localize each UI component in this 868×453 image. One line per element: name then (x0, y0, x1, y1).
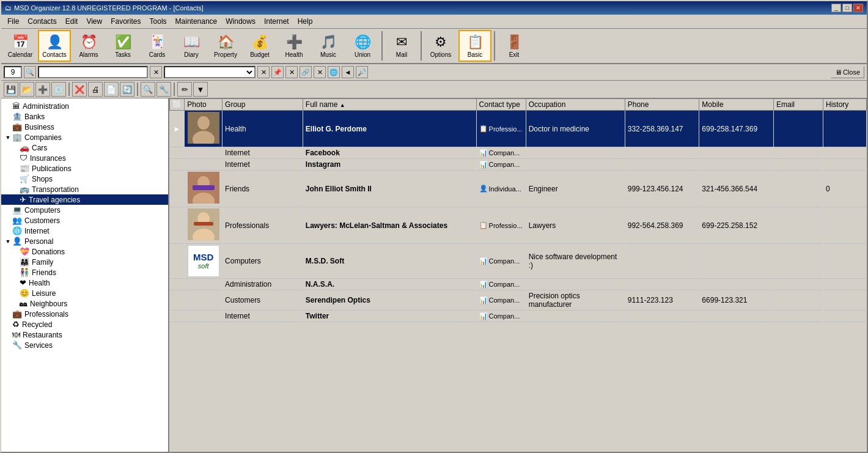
menu-favorites[interactable]: Favorites (107, 16, 144, 27)
record-number-input[interactable] (4, 66, 22, 78)
col-photo[interactable]: Photo (185, 99, 223, 111)
sidebar-item-services[interactable]: 🔧 Services (1, 340, 168, 350)
col-contact-type[interactable]: Contact type (476, 99, 526, 111)
health-button[interactable]: ➕ Health (278, 30, 311, 62)
union-button[interactable]: 🌐 Union (346, 30, 379, 62)
col-email[interactable]: Email (773, 99, 823, 111)
sidebar-item-leisure[interactable]: 😊 Leisure (1, 288, 168, 298)
table-row[interactable]: MSD soft Computers M.S.D. Soft 📊 (170, 244, 867, 279)
sidebar-item-family[interactable]: 👨‍👩‍👧 Family (1, 257, 168, 267)
search-icon-button[interactable]: 🔍 (24, 66, 36, 78)
menu-windows[interactable]: Windows (222, 16, 259, 27)
delete-button[interactable]: ✕ (285, 66, 298, 78)
table-row[interactable]: Professionals Lawyers: McLelan-Saltman &… (170, 207, 867, 244)
options-button[interactable]: ⚙ Options (424, 30, 457, 62)
ungroup-button[interactable]: ✕ (314, 66, 326, 78)
property-button[interactable]: 🏠 Property (209, 30, 242, 62)
music-button[interactable]: 🎵 Music (312, 30, 345, 62)
col-fullname[interactable]: Full name ▲ (303, 99, 476, 111)
contact-table[interactable]: ⬜ Photo Group Full name ▲ (169, 98, 867, 453)
basic-button[interactable]: 📋 Basic (458, 30, 491, 62)
delete-record-button[interactable]: ❌ (72, 82, 87, 97)
sidebar-item-insurances[interactable]: 🛡 Insurances (1, 153, 168, 163)
msd-logo: MSD soft (188, 245, 219, 277)
close-button[interactable]: ✕ (853, 4, 863, 12)
col-group[interactable]: Group (223, 99, 303, 111)
contacts-button[interactable]: 👤 Contacts (38, 30, 71, 62)
add-button[interactable]: ➕ (35, 82, 50, 97)
sidebar-item-computers[interactable]: 💻 Computers (1, 205, 168, 215)
alarms-button[interactable]: ⏰ Alarms (72, 30, 105, 62)
sidebar-item-friends[interactable]: 👫 Friends (1, 267, 168, 278)
menu-internet[interactable]: Internet (260, 16, 293, 27)
search-dropdown[interactable] (164, 66, 256, 78)
sidebar-item-personal[interactable]: ▼ 👤 Personal (1, 236, 168, 246)
print2-button[interactable]: 📄 (104, 82, 119, 97)
refresh-button[interactable]: 🔄 (120, 82, 134, 97)
sidebar-item-banks[interactable]: 🏦 Banks (1, 111, 168, 122)
col-phone[interactable]: Phone (625, 99, 699, 111)
find-button[interactable]: 🔎 (356, 66, 368, 78)
sidebar-item-customers[interactable]: 👥 Customers (1, 215, 168, 226)
edit-button[interactable]: ✏ (177, 82, 192, 97)
open-button[interactable]: 📂 (20, 82, 34, 97)
new-button[interactable]: 💾 (4, 82, 18, 97)
search-input[interactable] (38, 66, 148, 78)
table-row[interactable]: Administration N.A.S.A. 📊 Compan... (170, 279, 867, 290)
sidebar-item-recycled[interactable]: ♻ Recycled (1, 319, 168, 330)
table-row[interactable]: Internet Instagram 📊 Compan... (170, 159, 867, 171)
budget-button[interactable]: 💰 Budget (243, 30, 276, 62)
col-occupation[interactable]: Occupation (526, 99, 625, 111)
sidebar-item-restaurants[interactable]: 🍽 Restaurants (1, 330, 168, 340)
sidebar-item-shops[interactable]: 🛒 Shops (1, 174, 168, 184)
search-clear-button[interactable]: ✕ (150, 66, 162, 78)
menu-help[interactable]: Help (294, 16, 317, 27)
close-button[interactable]: 🖥 Close (831, 66, 864, 78)
dropdown-button[interactable]: ▼ (193, 82, 208, 97)
sidebar-item-administration[interactable]: 🏛 Administration (1, 101, 168, 111)
row-indicator (170, 290, 185, 311)
minimize-button[interactable]: _ (831, 4, 841, 12)
calendar-button[interactable]: 📅 Calendar (4, 30, 37, 62)
table-row[interactable]: Friends John Elliot Smith II 👤 Individua… (170, 171, 867, 207)
diary-button[interactable]: 📖 Diary (175, 30, 208, 62)
sidebar-item-neighbours[interactable]: 🏘 Neighbours (1, 298, 168, 309)
menu-tools[interactable]: Tools (146, 16, 171, 27)
back-button[interactable]: ◄ (342, 66, 354, 78)
maximize-button[interactable]: □ (842, 4, 852, 12)
tasks-button[interactable]: ✅ Tasks (106, 30, 139, 62)
globe-button[interactable]: 🌐 (328, 66, 340, 78)
sidebar-item-business[interactable]: 💼 Business (1, 122, 168, 132)
filter-clear-button[interactable]: ✕ (257, 66, 270, 78)
table-row[interactable]: Internet Twitter 📊 Compan... (170, 311, 867, 322)
search2-button[interactable]: 🔍 (141, 82, 155, 97)
svg-rect-5 (193, 185, 215, 190)
mail-button[interactable]: ✉ Mail (385, 30, 418, 62)
sidebar-item-cars[interactable]: 🚗 Cars (1, 142, 168, 153)
exit-button[interactable]: 🚪 Exit (498, 30, 531, 62)
sidebar-item-internet[interactable]: 🌐 Internet (1, 226, 168, 236)
menu-view[interactable]: View (83, 16, 106, 27)
col-history[interactable]: History (823, 99, 867, 111)
menu-maintenance[interactable]: Maintenance (172, 16, 221, 27)
menu-file[interactable]: File (4, 16, 23, 27)
sidebar-item-companies[interactable]: ▼ 🏢 Companies (1, 132, 168, 142)
save-button[interactable]: 💿 (51, 82, 66, 97)
col-mobile[interactable]: Mobile (699, 99, 774, 111)
menu-contacts[interactable]: Contacts (24, 16, 60, 27)
menu-edit[interactable]: Edit (62, 16, 82, 27)
filter-button[interactable]: 🔧 (156, 82, 171, 97)
sidebar-item-donations[interactable]: 💝 Donations (1, 246, 168, 257)
sidebar-item-travel-agencies[interactable]: ✈ Travel agencies (1, 194, 168, 205)
print-button[interactable]: 🖨 (88, 82, 103, 97)
cards-button[interactable]: 🃏 Cards (141, 30, 174, 62)
table-row[interactable]: Customers Serendipen Optics 📊 Compan... … (170, 290, 867, 311)
sidebar-item-transportation[interactable]: 🚌 Transportation (1, 184, 168, 194)
sidebar-item-professionals[interactable]: 💼 Professionals (1, 309, 168, 319)
sidebar-item-health[interactable]: ❤ Health (1, 278, 168, 288)
group-button[interactable]: 🔗 (300, 66, 312, 78)
table-row[interactable]: Internet Facebook 📊 Compan... (170, 147, 867, 159)
bookmark-button[interactable]: 📌 (271, 66, 284, 78)
sidebar-item-publications[interactable]: 📰 Publications (1, 163, 168, 174)
table-row[interactable]: ► Health Elliot G. Perdome (170, 111, 867, 147)
